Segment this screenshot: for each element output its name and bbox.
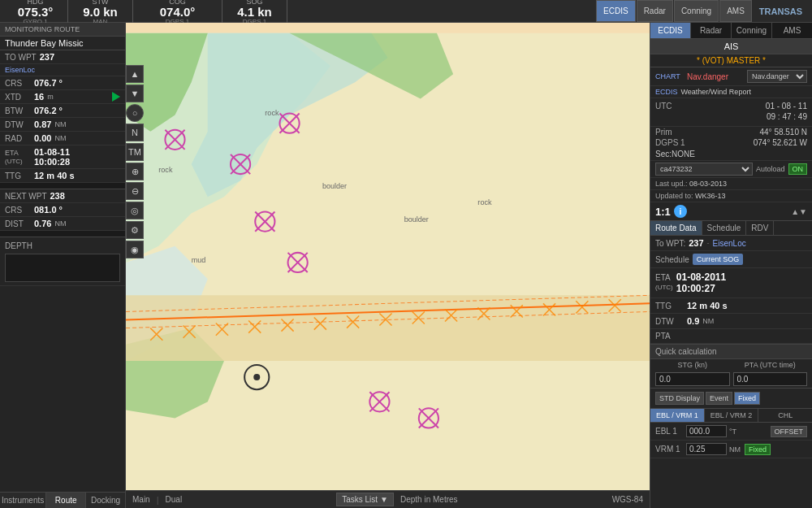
- vrm1-label: VRM 1: [655, 445, 684, 454]
- stg-label: STG (kn): [655, 361, 730, 369]
- monitoring-route-label: MONITORING ROUTE: [0, 23, 125, 37]
- bottom-tabs: Instruments Route Docking: [0, 492, 125, 508]
- r-to-wpt-name: EisenLoc: [713, 239, 746, 248]
- vrm1-input[interactable]: [686, 443, 727, 455]
- ttg-value: 12 m 40 s: [34, 171, 75, 180]
- tab-conning[interactable]: Conning: [674, 0, 719, 22]
- r-to-wpt-value: 237: [689, 238, 703, 248]
- fixed-button[interactable]: Fixed: [734, 392, 760, 405]
- tab-ecdis[interactable]: ECDIS: [596, 0, 636, 22]
- ca-row: ca473232 Autoload ON: [650, 161, 812, 178]
- map-svg: rock rock mud boulder boulder rock: [126, 23, 650, 508]
- crs-value: 076.7 °: [34, 78, 63, 88]
- right-tab-ecdis[interactable]: ECDIS: [650, 23, 691, 38]
- pta-input[interactable]: [733, 372, 808, 386]
- vot-master: * (VOT) MASTER *: [650, 54, 812, 67]
- updated-to-label: Updated to:: [655, 192, 693, 200]
- ebl-vrm1-tab[interactable]: EBL / VRM 1: [650, 409, 705, 422]
- top-bar: HDG 075.3° GYRO 1 STW 9.0 kn MAN COG 074…: [0, 0, 812, 23]
- info-icon[interactable]: i: [674, 205, 687, 218]
- to-wpt-value: 237: [40, 52, 54, 62]
- autoload-label: Autoload: [756, 165, 785, 173]
- ca-select[interactable]: ca473232: [655, 163, 753, 176]
- scroll-up-icon[interactable]: ▲: [126, 65, 144, 83]
- rad-row: RAD 0.00 NM: [0, 132, 125, 145]
- on-button[interactable]: ON: [788, 163, 808, 175]
- std-row: STD Display Event Fixed: [650, 388, 812, 409]
- xtd-unit: m: [47, 93, 54, 101]
- right-tab-ams[interactable]: AMS: [772, 23, 812, 38]
- settings-icon[interactable]: ⚙: [126, 221, 144, 239]
- svg-text:rock: rock: [158, 166, 173, 174]
- std-display-button[interactable]: STD Display: [655, 392, 704, 405]
- tab-docking[interactable]: Docking: [86, 493, 125, 508]
- xtd-label: XTD: [5, 93, 31, 102]
- dgps-row: DGPS 1 074° 52.621 W: [650, 137, 812, 148]
- dtw-row: DTW 0.87 NM: [0, 118, 125, 132]
- btw-row: BTW 076.2 °: [0, 104, 125, 118]
- depth-display: [5, 254, 120, 282]
- tab-instruments[interactable]: Instruments: [0, 493, 46, 508]
- next-crs-label: CRS: [5, 206, 31, 215]
- right-panel-tabs: ECDIS Radar Conning AMS: [650, 23, 812, 39]
- rd-tab-rdv[interactable]: RDV: [746, 221, 774, 235]
- xtd-row: XTD 16 m: [0, 90, 125, 104]
- eta-row: ETA(UTC) 01-08-11 10:00:28: [0, 145, 125, 169]
- stg-input[interactable]: [655, 372, 730, 386]
- utc-label: UTC: [655, 102, 672, 111]
- r-eta-date: 01-08-2011: [676, 271, 726, 283]
- zoom-in-icon[interactable]: ⊕: [126, 163, 144, 180]
- svg-text:mud: mud: [192, 256, 206, 264]
- chart-select[interactable]: Nav.danger: [747, 70, 807, 83]
- vrm1-fixed-button[interactable]: Fixed: [745, 444, 771, 455]
- right-tab-conning[interactable]: Conning: [732, 23, 772, 38]
- ttg-label: TTG: [5, 172, 31, 180]
- layer-icon[interactable]: ◉: [126, 241, 144, 258]
- scroll-down-icon[interactable]: ▼: [126, 85, 144, 102]
- left-panel: MONITORING ROUTE Thunder Bay Missic TO W…: [0, 23, 126, 508]
- tasks-list-button[interactable]: Tasks List ▼: [336, 493, 394, 506]
- top-tabs: ECDIS Radar Conning AMS TRANSAS: [596, 0, 809, 22]
- dtw-unit: NM: [54, 120, 66, 128]
- r-to-wpt-label: To WPT:: [655, 239, 685, 248]
- r-eta-time: 10:00:27: [676, 283, 726, 294]
- dtw-label: DTW: [5, 120, 31, 129]
- next-wpt-value: 238: [50, 191, 64, 201]
- to-wpt-sub-row: EisenLoc: [0, 64, 125, 76]
- target-icon[interactable]: ◎: [126, 202, 144, 219]
- map-area[interactable]: rock rock mud boulder boulder rocksand s…: [126, 23, 650, 508]
- north-icon[interactable]: N: [126, 124, 144, 141]
- last-upd-value: 08-03-2013: [689, 180, 727, 188]
- zoom-icon[interactable]: ○: [126, 104, 144, 122]
- xtd-value: 16: [34, 92, 44, 102]
- current-sog-button[interactable]: Current SOG: [693, 254, 744, 265]
- chart-value: Nav.danger: [687, 72, 744, 81]
- r-pta-label: PTA: [655, 332, 684, 341]
- tab-route[interactable]: Route: [46, 493, 86, 508]
- tab-ams[interactable]: AMS: [719, 0, 752, 22]
- zoom-out-icon[interactable]: ⊖: [126, 182, 144, 200]
- date-value: 01 - 08 - 11: [766, 102, 807, 111]
- chl-tab[interactable]: CHL: [758, 409, 812, 422]
- rad-unit: NM: [54, 134, 66, 142]
- event-button[interactable]: Event: [706, 392, 732, 405]
- tm-icon[interactable]: TM: [126, 143, 144, 161]
- rd-tab-route-data[interactable]: Route Data: [650, 221, 702, 235]
- dtw-value: 0.87: [34, 119, 51, 129]
- svg-point-56: [253, 374, 260, 380]
- offset-button[interactable]: OFFSET: [771, 426, 808, 437]
- stw-value: 9.0 kn: [83, 6, 118, 18]
- ebl-vrm2-tab[interactable]: EBL / VRM 2: [705, 409, 759, 422]
- ebl1-input[interactable]: [686, 425, 727, 437]
- expand-button[interactable]: ▲▼: [791, 207, 807, 216]
- ttg-row: TTG 12 m 40 s: [0, 169, 125, 183]
- svg-text:rock: rock: [265, 109, 279, 117]
- ais-header: AIS: [650, 39, 812, 54]
- prim-value: 44° 58.510 N: [760, 128, 808, 137]
- quick-calc-header: Quick calculation: [650, 344, 812, 359]
- rd-tab-schedule[interactable]: Schedule: [702, 221, 747, 235]
- depth-section: DEPTH: [0, 237, 125, 286]
- tab-radar[interactable]: Radar: [637, 0, 673, 22]
- right-tab-radar[interactable]: Radar: [691, 23, 732, 38]
- depth-label: DEPTH: [5, 241, 32, 250]
